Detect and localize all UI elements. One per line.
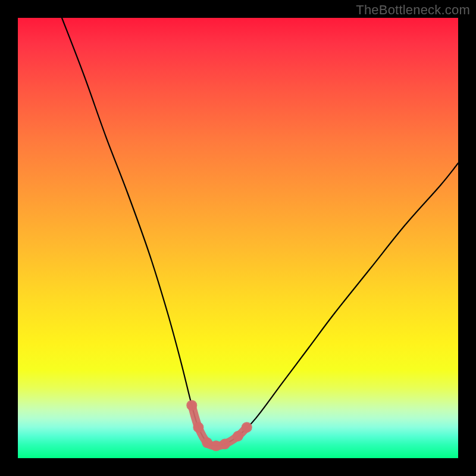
curve-svg	[18, 18, 458, 458]
highlight-dot	[220, 439, 230, 449]
main-curve-path	[62, 18, 458, 446]
chart-frame: TheBottleneck.com	[0, 0, 476, 476]
highlight-dots	[186, 400, 252, 451]
highlight-dot	[233, 431, 243, 441]
highlight-dot	[186, 400, 197, 411]
highlight-dot	[211, 440, 221, 451]
highlight-dot	[193, 422, 203, 433]
highlight-dot	[242, 422, 252, 433]
plot-area	[18, 18, 458, 458]
watermark-text: TheBottleneck.com	[356, 2, 470, 18]
